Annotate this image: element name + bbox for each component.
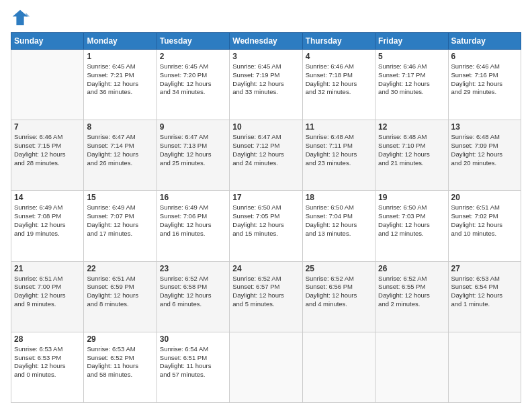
calendar-cell: 22Sunrise: 6:51 AM Sunset: 6:59 PM Dayli… xyxy=(84,261,157,332)
day-info: Sunrise: 6:54 AM Sunset: 6:51 PM Dayligh… xyxy=(160,345,226,379)
day-info: Sunrise: 6:47 AM Sunset: 7:12 PM Dayligh… xyxy=(232,133,299,167)
day-number: 30 xyxy=(160,334,226,344)
day-number: 26 xyxy=(378,264,445,273)
day-info: Sunrise: 6:46 AM Sunset: 7:15 PM Dayligh… xyxy=(14,133,81,167)
day-info: Sunrise: 6:49 AM Sunset: 7:06 PM Dayligh… xyxy=(160,203,226,238)
day-number: 5 xyxy=(378,52,445,61)
calendar-cell: 29Sunrise: 6:53 AM Sunset: 6:52 PM Dayli… xyxy=(84,332,157,402)
calendar: SundayMondayTuesdayWednesdayThursdayFrid… xyxy=(11,32,521,403)
day-number: 7 xyxy=(14,122,81,132)
day-number: 27 xyxy=(451,264,518,273)
calendar-week-row: 7Sunrise: 6:46 AM Sunset: 7:15 PM Daylig… xyxy=(11,120,521,191)
day-number: 20 xyxy=(451,193,518,202)
day-number: 24 xyxy=(232,264,299,273)
calendar-cell xyxy=(448,332,521,402)
calendar-cell: 10Sunrise: 6:47 AM Sunset: 7:12 PM Dayli… xyxy=(230,120,302,191)
calendar-cell: 27Sunrise: 6:53 AM Sunset: 6:54 PM Dayli… xyxy=(448,261,521,332)
day-number: 1 xyxy=(87,52,153,61)
calendar-header-tuesday: Tuesday xyxy=(157,33,229,50)
calendar-cell xyxy=(302,332,375,402)
calendar-cell: 30Sunrise: 6:54 AM Sunset: 6:51 PM Dayli… xyxy=(157,332,229,402)
calendar-cell: 25Sunrise: 6:52 AM Sunset: 6:56 PM Dayli… xyxy=(302,261,375,332)
calendar-cell: 18Sunrise: 6:50 AM Sunset: 7:04 PM Dayli… xyxy=(302,191,375,261)
calendar-week-row: 21Sunrise: 6:51 AM Sunset: 7:00 PM Dayli… xyxy=(11,261,521,332)
calendar-cell: 24Sunrise: 6:52 AM Sunset: 6:57 PM Dayli… xyxy=(230,261,302,332)
day-info: Sunrise: 6:50 AM Sunset: 7:05 PM Dayligh… xyxy=(232,203,299,238)
calendar-cell: 9Sunrise: 6:47 AM Sunset: 7:13 PM Daylig… xyxy=(157,120,229,191)
day-info: Sunrise: 6:51 AM Sunset: 7:02 PM Dayligh… xyxy=(451,203,518,238)
day-number: 18 xyxy=(306,193,372,202)
calendar-cell: 2Sunrise: 6:45 AM Sunset: 7:20 PM Daylig… xyxy=(157,50,229,120)
calendar-header-friday: Friday xyxy=(375,33,448,50)
calendar-cell: 6Sunrise: 6:46 AM Sunset: 7:16 PM Daylig… xyxy=(448,50,521,120)
day-number: 6 xyxy=(451,52,518,61)
day-info: Sunrise: 6:53 AM Sunset: 6:52 PM Dayligh… xyxy=(87,345,153,379)
calendar-cell: 19Sunrise: 6:50 AM Sunset: 7:03 PM Dayli… xyxy=(375,191,448,261)
calendar-cell: 8Sunrise: 6:47 AM Sunset: 7:14 PM Daylig… xyxy=(84,120,157,191)
day-info: Sunrise: 6:52 AM Sunset: 6:56 PM Dayligh… xyxy=(306,275,372,309)
day-number: 15 xyxy=(87,193,153,202)
day-info: Sunrise: 6:48 AM Sunset: 7:11 PM Dayligh… xyxy=(306,133,372,167)
calendar-cell: 28Sunrise: 6:53 AM Sunset: 6:53 PM Dayli… xyxy=(11,332,84,402)
day-number: 13 xyxy=(451,122,518,132)
calendar-week-row: 28Sunrise: 6:53 AM Sunset: 6:53 PM Dayli… xyxy=(11,332,521,402)
day-number: 9 xyxy=(160,122,226,132)
day-number: 16 xyxy=(160,193,226,202)
day-info: Sunrise: 6:46 AM Sunset: 7:17 PM Dayligh… xyxy=(378,62,445,97)
page: SundayMondayTuesdayWednesdayThursdayFrid… xyxy=(0,0,532,411)
calendar-header-saturday: Saturday xyxy=(448,33,521,50)
calendar-cell xyxy=(375,332,448,402)
calendar-cell xyxy=(230,332,302,402)
day-info: Sunrise: 6:45 AM Sunset: 7:21 PM Dayligh… xyxy=(87,62,153,97)
calendar-cell: 16Sunrise: 6:49 AM Sunset: 7:06 PM Dayli… xyxy=(157,191,229,261)
day-number: 14 xyxy=(14,193,81,202)
calendar-cell: 17Sunrise: 6:50 AM Sunset: 7:05 PM Dayli… xyxy=(230,191,302,261)
day-info: Sunrise: 6:45 AM Sunset: 7:20 PM Dayligh… xyxy=(160,62,226,97)
calendar-cell: 20Sunrise: 6:51 AM Sunset: 7:02 PM Dayli… xyxy=(448,191,521,261)
calendar-header-row: SundayMondayTuesdayWednesdayThursdayFrid… xyxy=(11,33,521,50)
calendar-cell: 23Sunrise: 6:52 AM Sunset: 6:58 PM Dayli… xyxy=(157,261,229,332)
calendar-cell: 15Sunrise: 6:49 AM Sunset: 7:07 PM Dayli… xyxy=(84,191,157,261)
day-number: 25 xyxy=(306,264,372,273)
day-info: Sunrise: 6:49 AM Sunset: 7:07 PM Dayligh… xyxy=(87,203,153,238)
calendar-cell xyxy=(11,50,84,120)
calendar-cell: 3Sunrise: 6:45 AM Sunset: 7:19 PM Daylig… xyxy=(230,50,302,120)
day-info: Sunrise: 6:45 AM Sunset: 7:19 PM Dayligh… xyxy=(232,62,299,97)
calendar-cell: 11Sunrise: 6:48 AM Sunset: 7:11 PM Dayli… xyxy=(302,120,375,191)
day-number: 22 xyxy=(87,264,153,273)
day-number: 2 xyxy=(160,52,226,61)
calendar-cell: 26Sunrise: 6:52 AM Sunset: 6:55 PM Dayli… xyxy=(375,261,448,332)
calendar-week-row: 1Sunrise: 6:45 AM Sunset: 7:21 PM Daylig… xyxy=(11,50,521,120)
day-number: 4 xyxy=(306,52,372,61)
calendar-cell: 7Sunrise: 6:46 AM Sunset: 7:15 PM Daylig… xyxy=(11,120,84,191)
day-number: 29 xyxy=(87,334,153,344)
calendar-cell: 1Sunrise: 6:45 AM Sunset: 7:21 PM Daylig… xyxy=(84,50,157,120)
calendar-header-thursday: Thursday xyxy=(302,33,375,50)
day-number: 8 xyxy=(87,122,153,132)
calendar-cell: 21Sunrise: 6:51 AM Sunset: 7:00 PM Dayli… xyxy=(11,261,84,332)
day-info: Sunrise: 6:46 AM Sunset: 7:16 PM Dayligh… xyxy=(451,62,518,97)
svg-marker-0 xyxy=(13,10,28,25)
calendar-week-row: 14Sunrise: 6:49 AM Sunset: 7:08 PM Dayli… xyxy=(11,191,521,261)
day-number: 11 xyxy=(306,122,372,132)
day-number: 19 xyxy=(378,193,445,202)
day-number: 23 xyxy=(160,264,226,273)
calendar-header-sunday: Sunday xyxy=(11,33,84,50)
day-info: Sunrise: 6:47 AM Sunset: 7:14 PM Dayligh… xyxy=(87,133,153,167)
calendar-cell: 14Sunrise: 6:49 AM Sunset: 7:08 PM Dayli… xyxy=(11,191,84,261)
calendar-cell: 13Sunrise: 6:48 AM Sunset: 7:09 PM Dayli… xyxy=(448,120,521,191)
day-info: Sunrise: 6:48 AM Sunset: 7:10 PM Dayligh… xyxy=(378,133,445,167)
day-info: Sunrise: 6:52 AM Sunset: 6:58 PM Dayligh… xyxy=(160,275,226,309)
svg-marker-1 xyxy=(26,13,30,17)
day-info: Sunrise: 6:52 AM Sunset: 6:57 PM Dayligh… xyxy=(232,275,299,309)
day-info: Sunrise: 6:50 AM Sunset: 7:04 PM Dayligh… xyxy=(306,203,372,238)
logo xyxy=(11,8,32,27)
day-number: 12 xyxy=(378,122,445,132)
calendar-cell: 12Sunrise: 6:48 AM Sunset: 7:10 PM Dayli… xyxy=(375,120,448,191)
day-info: Sunrise: 6:49 AM Sunset: 7:08 PM Dayligh… xyxy=(14,203,81,238)
day-number: 10 xyxy=(232,122,299,132)
day-info: Sunrise: 6:53 AM Sunset: 6:53 PM Dayligh… xyxy=(14,345,81,379)
calendar-cell: 4Sunrise: 6:46 AM Sunset: 7:18 PM Daylig… xyxy=(302,50,375,120)
logo-icon xyxy=(11,8,30,27)
day-info: Sunrise: 6:47 AM Sunset: 7:13 PM Dayligh… xyxy=(160,133,226,167)
